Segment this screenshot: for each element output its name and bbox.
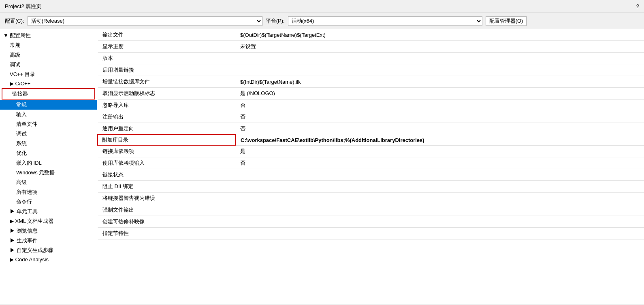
sidebar-item-vc-mu-lu[interactable]: VC++ 目录	[0, 70, 97, 79]
prop-value-xian-shi-jin-du: 未设置	[235, 41, 644, 53]
prop-row-zeng-liang-shu-ju-ku[interactable]: 增量链接数据库文件$(IntDir)$(TargetName).ilk	[98, 76, 644, 88]
sidebar-item-xml-wen-dang[interactable]: ▶ XML 文档生成器	[0, 216, 97, 226]
prop-name-shi-yong-ku-yi-lai-xiang-shu-ru: 使用库依赖项输入	[98, 157, 235, 169]
prop-row-qiang-zhi-wen-jian-shu-chu[interactable]: 强制文件输出	[98, 204, 644, 216]
prop-name-zhi-ding-jie-te-xing: 指定节特性	[98, 228, 235, 239]
prop-value-zhu-yong-hu-zhong-ding-xiang: 否	[235, 123, 644, 135]
prop-name-lian-jie-zhuang-tai: 链接状态	[98, 169, 235, 181]
prop-row-zhi-ding-jie-te-xing[interactable]: 指定节特性	[98, 228, 644, 239]
prop-row-xian-shi-jin-du[interactable]: 显示进度未设置	[98, 41, 644, 53]
prop-name-lian-jie-ku-yi-lai-xiang: 链接库依赖项	[98, 145, 235, 157]
prop-row-qu-xiao-ban-quan[interactable]: 取消显示启动版权标志是 (/NOLOGO)	[98, 88, 644, 100]
prop-value-fu-jia-ku-mu-lu: C:\workspace\FastCAE\extlib\Python\libs;…	[235, 135, 644, 145]
prop-value-qu-xiao-ban-quan: 是 (/NOLOGO)	[235, 88, 644, 100]
prop-row-zu-zhi-dll-bang-ding[interactable]: 阻止 DII 绑定	[98, 181, 644, 193]
sidebar-item-tiao-shi2[interactable]: 调试	[0, 129, 97, 139]
sidebar-item-dan-yuan-gong-ju[interactable]: ▶ 单元工具	[0, 207, 97, 216]
sidebar-item-suo-you-xuan-xiang[interactable]: 所有选项	[0, 187, 97, 197]
properties-panel: 输出文件$(OutDir)$(TargetName)$(TargetExt)显示…	[97, 29, 644, 304]
config-select[interactable]: 活动(Release)	[28, 16, 262, 26]
sidebar-item-gao-ji2[interactable]: 高级	[0, 178, 97, 187]
prop-row-chuang-jian-re-bu-ding[interactable]: 创建可热修补映像	[98, 216, 644, 228]
sidebar-item-tiao-shi[interactable]: 调试	[0, 60, 97, 70]
prop-row-qi-yong-zeng-liang[interactable]: 启用增量链接	[98, 64, 644, 76]
prop-value-shu-chu-wen-jian: $(OutDir)$(TargetName)$(TargetExt)	[235, 29, 644, 41]
prop-name-shu-chu-wen-jian: 输出文件	[98, 29, 235, 41]
prop-row-lian-jie-zhuang-tai[interactable]: 链接状态	[98, 169, 644, 181]
prop-name-jiang-lian-jie-qi-jing-gao: 将链接器警告视为错误	[98, 193, 235, 204]
prop-value-zhu-ce-shu-chu: 否	[235, 111, 644, 123]
toolbar: 配置(C): 活动(Release) 平台(P): 活动(x64) 配置管理器(…	[0, 13, 644, 29]
properties-table: 输出文件$(OutDir)$(TargetName)$(TargetExt)显示…	[97, 29, 644, 239]
sidebar-item-lian-jie-qi[interactable]: 链接器	[2, 88, 95, 100]
sidebar-item-shu-ru[interactable]: 输入	[0, 110, 97, 119]
sidebar-item-zi-ding-yi[interactable]: ▶ 自定义生成步骤	[0, 246, 97, 255]
sidebar-item-sheng-cheng-shi-jian[interactable]: ▶ 生成事件	[0, 236, 97, 246]
sidebar-item-qing-dan-wen-jian[interactable]: 清单文件	[0, 119, 97, 129]
config-label: 配置(C):	[5, 17, 24, 25]
prop-value-shi-yong-ku-yi-lai-xiang-shu-ru: 否	[235, 157, 644, 169]
prop-row-fu-jia-ku-mu-lu[interactable]: 附加库目录C:\workspace\FastCAE\extlib\Python\…	[98, 135, 644, 145]
prop-name-qu-xiao-ban-quan: 取消显示启动版权标志	[98, 88, 235, 100]
prop-name-zhu-ce-shu-chu: 注册输出	[98, 111, 235, 123]
sidebar-item-chang-gui[interactable]: 常规	[0, 40, 97, 50]
sidebar: ▼ 配置属性常规高级调试VC++ 目录▶ C/C++链接器常规输入清单文件调试系…	[0, 29, 97, 304]
prop-row-zhu-yong-hu-zhong-ding-xiang[interactable]: 逐用户重定向否	[98, 123, 644, 135]
prop-value-zeng-liang-shu-ju-ku: $(IntDir)$(TargetName).ilk	[235, 76, 644, 88]
prop-row-ban-ben[interactable]: 版本	[98, 53, 644, 64]
platform-select[interactable]: 活动(x64)	[288, 16, 482, 26]
sidebar-item-you-hua[interactable]: 优化	[0, 148, 97, 158]
prop-value-lian-jie-ku-yi-lai-xiang: 是	[235, 145, 644, 157]
window-title: Project2 属性页	[5, 3, 41, 10]
prop-name-hu-lve-dao-ru-ku: 忽略导入库	[98, 100, 235, 111]
prop-value-ban-ben	[235, 53, 644, 64]
prop-name-fu-jia-ku-mu-lu: 附加库目录	[98, 135, 235, 145]
title-bar: Project2 属性页 ?	[0, 0, 644, 13]
sidebar-item-qian-ru-idl[interactable]: 嵌入的 IDL	[0, 158, 97, 168]
prop-name-zhu-yong-hu-zhong-ding-xiang: 逐用户重定向	[98, 123, 235, 135]
prop-value-jiang-lian-jie-qi-jing-gao	[235, 193, 644, 204]
prop-name-qiang-zhi-wen-jian-shu-chu: 强制文件输出	[98, 204, 235, 216]
prop-value-zhi-ding-jie-te-xing	[235, 228, 644, 239]
sidebar-item-xi-tong[interactable]: 系统	[0, 139, 97, 148]
sidebar-item-ming-ling-hang[interactable]: 命令行	[0, 197, 97, 207]
prop-row-hu-lve-dao-ru-ku[interactable]: 忽略导入库否	[98, 100, 644, 111]
prop-value-qi-yong-zeng-liang	[235, 64, 644, 76]
sidebar-item-code-analysis[interactable]: ▶ Code Analysis	[0, 255, 97, 264]
prop-name-zeng-liang-shu-ju-ku: 增量链接数据库文件	[98, 76, 235, 88]
sidebar-item-pei-zhi-shu-xing[interactable]: ▼ 配置属性	[0, 31, 97, 40]
help-button[interactable]: ?	[636, 3, 639, 9]
prop-row-lian-jie-ku-yi-lai-xiang[interactable]: 链接库依赖项是	[98, 145, 644, 157]
prop-row-shu-chu-wen-jian[interactable]: 输出文件$(OutDir)$(TargetName)$(TargetExt)	[98, 29, 644, 41]
main-content: ▼ 配置属性常规高级调试VC++ 目录▶ C/C++链接器常规输入清单文件调试系…	[0, 29, 644, 304]
prop-row-shi-yong-ku-yi-lai-xiang-shu-ru[interactable]: 使用库依赖项输入否	[98, 157, 644, 169]
prop-name-zu-zhi-dll-bang-ding: 阻止 DII 绑定	[98, 181, 235, 193]
prop-name-xian-shi-jin-du: 显示进度	[98, 41, 235, 53]
sidebar-item-c-cpp[interactable]: ▶ C/C++	[0, 79, 97, 88]
prop-value-zu-zhi-dll-bang-ding	[235, 181, 644, 193]
prop-value-hu-lve-dao-ru-ku: 否	[235, 100, 644, 111]
sidebar-item-windows-yuan-shu-ju[interactable]: Windows 元数据	[0, 168, 97, 178]
prop-value-chuang-jian-re-bu-ding	[235, 216, 644, 228]
prop-name-qi-yong-zeng-liang: 启用增量链接	[98, 64, 235, 76]
prop-row-jiang-lian-jie-qi-jing-gao[interactable]: 将链接器警告视为错误	[98, 193, 644, 204]
config-manager-button[interactable]: 配置管理器(O)	[486, 16, 527, 26]
prop-row-zhu-ce-shu-chu[interactable]: 注册输出否	[98, 111, 644, 123]
prop-name-ban-ben: 版本	[98, 53, 235, 64]
sidebar-item-lian-jie-qi-chang-gui[interactable]: 常规	[0, 100, 97, 110]
prop-name-chuang-jian-re-bu-ding: 创建可热修补映像	[98, 216, 235, 228]
prop-value-qiang-zhi-wen-jian-shu-chu	[235, 204, 644, 216]
platform-label: 平台(P):	[266, 17, 285, 25]
prop-value-lian-jie-zhuang-tai	[235, 169, 644, 181]
sidebar-item-gao-ji[interactable]: 高级	[0, 50, 97, 60]
sidebar-item-liu-lan-xin-xi[interactable]: ▶ 浏览信息	[0, 226, 97, 236]
